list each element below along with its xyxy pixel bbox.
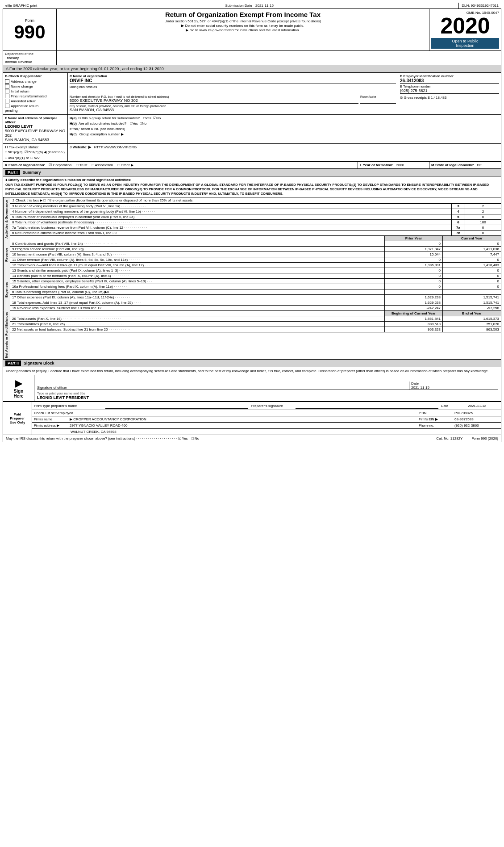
calendar-year-text: A For the 2020 calendar year, or tax yea… [6, 67, 164, 71]
k-trust: □ Trust [76, 163, 87, 167]
fh-row: F Name and address of principal officer:… [3, 115, 501, 144]
row16b: b Total fundraising expenses (Part IX, c… [10, 289, 501, 295]
pp-sig-field [296, 403, 438, 409]
signature-line: Signature of officer Date 2021-11-15 [37, 377, 498, 390]
row16b-prior [385, 289, 443, 294]
preparer-fields: Print/Type preparer's name Preparer's si… [32, 402, 501, 435]
row6-num: 6 [452, 220, 465, 225]
row4-desc: 4 Number of independent voting members o… [10, 209, 452, 214]
row5-desc: 5 Total number of individuals employed i… [10, 214, 452, 219]
submission-date: Submission Date - 2021-11-15 [40, 3, 459, 8]
row15: 15 Salaries, other compensation, employe… [10, 279, 501, 284]
check-initial-return: Initial return [5, 89, 66, 93]
header-top: efile GRAPHIC print Submission Date - 20… [3, 3, 501, 9]
row8-prior: 0 [385, 241, 443, 246]
tax-exempt-label: I I Tax-exempt status: [5, 145, 66, 149]
k-section: K Form of organization: ☑ Corporation □ … [3, 162, 358, 168]
phone-label: E Telephone number [400, 84, 499, 88]
row13: 13 Grants and similar amounts paid (Part… [10, 268, 501, 273]
sig-date-value: 2021-11-15 [411, 386, 498, 390]
hc-text: Group exemption number ▶ [79, 132, 124, 136]
check-address-change: Address change [5, 79, 66, 84]
dept-info: Department of the Treasury Internal Reve… [3, 51, 57, 65]
dept-line2: Treasury [5, 56, 54, 60]
expenses-section: Expenses 13 Grants and similar amounts p… [3, 268, 501, 311]
check-pending-label: pending [5, 109, 17, 113]
row20: 20 Total assets (Part X, line 16) · · · … [10, 316, 501, 322]
revenue-section: Revenue 8 Contributions and grants (Part… [3, 241, 501, 268]
part1-label: Part I [5, 170, 20, 175]
row16a: 16a Professional fundraising fees (Part … [10, 284, 501, 289]
row9-desc: 9 Program service revenue (Part VIII, li… [10, 247, 385, 252]
te-opt1: □ 501(c)(3) [5, 150, 23, 154]
sign-name-value: LEONID LEVIT PRESIDENT [37, 395, 498, 400]
row11-current: 0 [443, 257, 501, 262]
check-initial-return-label: Initial return [11, 89, 29, 93]
gross-receipts: G Gross receipts $ 1,418,483 [400, 96, 499, 100]
row16a-current: 0 [443, 284, 501, 289]
row22: 22 Net assets or fund balances. Subtract… [10, 327, 501, 332]
pp-firm-name-label: Firm's name [34, 417, 70, 421]
org-city-label: City or town, state or province, country… [70, 105, 396, 108]
row10-prior: 15,644 [385, 252, 443, 257]
omb-section: OMB No. 1545-0047 2020 Open to Public In… [429, 9, 501, 50]
l-section: L Year of formation: 2008 [358, 162, 429, 168]
sig-date-label: Date [411, 382, 498, 386]
org-city-block: City or town, state or province, country… [70, 105, 396, 112]
rev-header-spacer [10, 236, 385, 241]
revenue-side-label: Revenue [3, 241, 10, 268]
row12-desc: 12 Total revenue—add lines 8 through 11 … [10, 263, 385, 268]
row19-current: -97,258 [443, 306, 501, 310]
footer-cat: Cat. No. 11282Y [436, 436, 462, 440]
row17: 17 Other expenses (Part IX, column (A), … [10, 295, 501, 300]
end-year-header: End of Year [443, 311, 501, 316]
row22-desc: 22 Net assets or fund balances. Subtract… [10, 327, 385, 332]
expenses-content: 13 Grants and similar amounts paid (Part… [10, 268, 501, 311]
calendar-year-line: A For the 2020 calendar year, or tax yea… [3, 65, 501, 73]
pp-sig-label: Preparer's signature [251, 404, 296, 408]
te-opt2: ☑ 501(c)(6) ◀ (insert no.) [25, 150, 65, 154]
net-assets-content: Beginning of Current Year End of Year 20… [10, 311, 501, 359]
pp-firm-name-value: ▶ CROPPER ACCOUNTANCY CORPORATION [70, 417, 419, 421]
preparer-header-row: Paid Preparer Use Only Print/Type prepar… [3, 402, 501, 435]
org-dba-label: Doing business as [70, 85, 396, 89]
form-title: Return of Organization Exempt From Incom… [60, 11, 425, 18]
current-year-header: Current Year [443, 236, 501, 241]
pp-phone-value: (925) 932-3860 [454, 424, 499, 428]
pp-date-label: Date [441, 404, 468, 408]
row21-begin: 888,518 [385, 322, 443, 327]
sign-content: Signature of officer Date 2021-11-15 Typ… [34, 375, 501, 401]
row22-end: 863,503 [443, 327, 501, 332]
sig-date-section: Date 2021-11-15 [409, 382, 498, 390]
right-spacer2 [398, 144, 501, 161]
mission-label: 1 Briefly describe the organization's mi… [5, 178, 499, 182]
row3-desc: 3 Number of voting members of the govern… [10, 204, 452, 209]
row5-num: 5 [452, 214, 465, 219]
gross-value: 1,418,483 [431, 96, 447, 100]
hb-note: If "No," attach a list. (see instruction… [70, 127, 396, 131]
row6-desc: 6 Total number of volunteers (estimate i… [10, 220, 452, 225]
ha-hb-section: H(a) Is this a group return for subordin… [68, 115, 398, 143]
phone-number: (925) 275-6621 [400, 88, 499, 94]
row14-desc: 14 Benefits paid to or for members (Part… [10, 273, 385, 278]
principal-name: LEONID LEVIT [5, 124, 66, 129]
pp-phone-label: Phone no. [419, 424, 454, 428]
row7a-val: 0 [465, 225, 501, 230]
net-assets-section: Net Assets or Fund Balances Beginning of… [3, 311, 501, 359]
row10-desc: 10 Investment income (Part VIII, column … [10, 252, 385, 257]
form-subtitle3: ▶ Go to www.irs.gov/Form990 for instruct… [60, 28, 425, 32]
row7b-desc: b Net unrelated business taxable income … [10, 231, 452, 235]
k-corp: ☑ Corporation [49, 163, 71, 167]
org-name-label: C Name of organization [70, 74, 396, 78]
m-section: M State of legal domicile: DE [429, 162, 501, 168]
check-amended-return-box [5, 99, 9, 103]
form-title-section: Return of Organization Exempt From Incom… [57, 9, 429, 50]
sign-here-box: ▶ SignHere [3, 375, 34, 401]
row7a: 7a Total unrelated business revenue from… [10, 225, 501, 231]
row21-desc: 21 Total liabilities (Part X, line 26) ·… [10, 322, 385, 327]
check-amended-return-label: Amended return [11, 99, 36, 103]
row12-current: 1,418,483 [443, 263, 501, 268]
check-name-change: Name change [5, 84, 66, 88]
principal-city: SAN RAMON, CA 94583 [5, 138, 66, 142]
dept-line: Department of the Treasury Internal Reve… [3, 51, 501, 65]
